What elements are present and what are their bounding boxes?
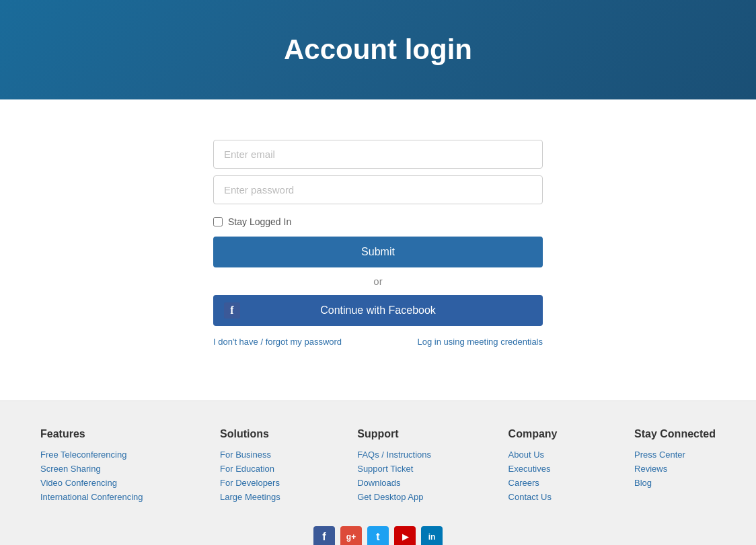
social-googleplus-icon[interactable]: g+	[340, 526, 362, 545]
password-field[interactable]	[213, 175, 543, 204]
forgot-password-link[interactable]: I don't have / forgot my password	[213, 337, 342, 347]
facebook-button[interactable]: f Continue with Facebook	[213, 295, 543, 326]
footer-heading-features: Features	[40, 428, 143, 440]
footer-link[interactable]: For Business	[220, 450, 280, 460]
or-divider: or	[213, 276, 543, 287]
footer-link[interactable]: Executives	[508, 464, 558, 474]
footer-link[interactable]: About Us	[508, 450, 558, 460]
links-row: I don't have / forgot my password Log in…	[213, 337, 543, 347]
footer-columns: Features Free Teleconferencing Screen Sh…	[40, 428, 716, 506]
meeting-credentials-link[interactable]: Log in using meeting credentials	[418, 337, 543, 347]
footer-link[interactable]: For Education	[220, 464, 280, 474]
footer-link[interactable]: Reviews	[634, 464, 716, 474]
footer-link[interactable]: Blog	[634, 478, 716, 488]
stay-logged-in-label: Stay Logged In	[228, 216, 291, 227]
page-title: Account login	[13, 34, 743, 66]
footer-link[interactable]: Contact Us	[508, 492, 558, 502]
social-youtube-icon[interactable]: ▶	[394, 526, 416, 545]
stay-logged-in-checkbox[interactable]	[213, 217, 223, 226]
email-field[interactable]	[213, 140, 543, 169]
footer-col-stay-connected: Stay Connected Press Center Reviews Blog	[634, 428, 716, 506]
footer-link[interactable]: Screen Sharing	[40, 464, 143, 474]
social-facebook-icon[interactable]: f	[313, 526, 335, 545]
footer-col-features: Features Free Teleconferencing Screen Sh…	[40, 428, 143, 506]
footer-col-support: Support FAQs / Instructions Support Tick…	[357, 428, 431, 506]
footer-link[interactable]: Downloads	[357, 478, 431, 488]
social-linkedin-icon[interactable]: in	[421, 526, 443, 545]
footer-link[interactable]: FAQs / Instructions	[357, 450, 431, 460]
footer-col-solutions: Solutions For Business For Education For…	[220, 428, 280, 506]
footer-link[interactable]: Press Center	[634, 450, 716, 460]
page-header: Account login	[0, 0, 756, 99]
footer-link[interactable]: Video Conferencing	[40, 478, 143, 488]
stay-logged-in-row: Stay Logged In	[213, 216, 543, 227]
footer-heading-solutions: Solutions	[220, 428, 280, 440]
footer-heading-company: Company	[508, 428, 558, 440]
footer-heading-stay-connected: Stay Connected	[634, 428, 716, 440]
submit-button[interactable]: Submit	[213, 237, 543, 267]
footer-link[interactable]: Support Ticket	[357, 464, 431, 474]
facebook-icon: f	[224, 302, 240, 319]
footer-link[interactable]: Get Desktop App	[357, 492, 431, 502]
main-content: Stay Logged In Submit or f Continue with…	[0, 99, 756, 401]
facebook-button-label: Continue with Facebook	[320, 304, 436, 317]
footer-link[interactable]: Large Meetings	[220, 492, 280, 502]
footer: Features Free Teleconferencing Screen Sh…	[0, 401, 756, 545]
social-twitter-icon[interactable]: t	[367, 526, 389, 545]
footer-link[interactable]: Careers	[508, 478, 558, 488]
footer-social: f g+ t ▶ in	[40, 526, 716, 545]
footer-link[interactable]: International Conferencing	[40, 492, 143, 502]
login-form: Stay Logged In Submit or f Continue with…	[213, 140, 543, 347]
facebook-icon-box: f	[224, 302, 240, 319]
footer-col-company: Company About Us Executives Careers Cont…	[508, 428, 558, 506]
footer-link[interactable]: Free Teleconferencing	[40, 450, 143, 460]
footer-heading-support: Support	[357, 428, 431, 440]
footer-link[interactable]: For Developers	[220, 478, 280, 488]
